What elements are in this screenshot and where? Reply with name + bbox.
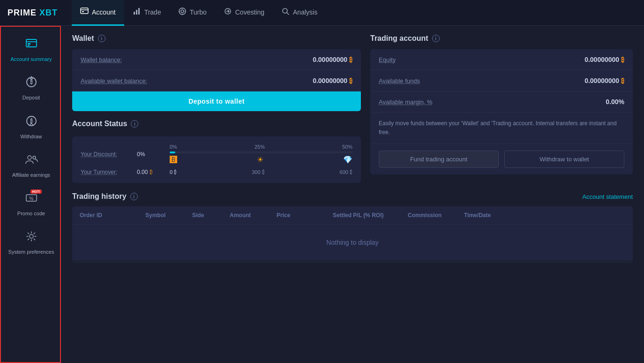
svg-rect-4	[138, 8, 140, 15]
equity-row: Equity 0.00000000 ₿	[370, 49, 633, 70]
nav-covesting-label: Covesting	[235, 8, 264, 16]
promo-code-icon: % HOT!	[25, 191, 38, 207]
available-funds-value: 0.00000000 ₿	[584, 77, 624, 84]
system-preferences-label: System preferences	[8, 249, 54, 255]
deposit-label: Deposit	[22, 94, 40, 101]
wallet-info-icon[interactable]: i	[98, 35, 105, 42]
nav-analysis[interactable]: Analysis	[273, 0, 326, 26]
system-preferences-icon	[25, 230, 38, 246]
deposit-icon: ₿	[25, 76, 38, 91]
disc-marker-50: 50%	[342, 144, 352, 150]
svg-rect-9	[28, 43, 30, 45]
discount-progress-fill	[170, 151, 175, 153]
available-wallet-value: 0.00000000 ₿	[313, 77, 352, 84]
trade-nav-icon	[133, 7, 141, 17]
col-price: Price	[277, 212, 333, 219]
two-column-layout: Wallet i Wallet balance: 0.00000000 ₿ Av…	[72, 34, 633, 183]
table-footer-spacer	[72, 260, 633, 263]
turnover-btc-markers: 0 ₿ 300 ₿ 600 ₿	[170, 169, 352, 175]
turn-marker-0: 0 ₿	[170, 169, 177, 175]
account-status-title-text: Account Status	[72, 120, 127, 128]
trading-history-title: Trading history i	[72, 192, 138, 201]
sidebar-item-promo-code[interactable]: % HOT! Promo code	[1, 185, 60, 223]
account-nav-icon	[80, 7, 89, 17]
col-side: Side	[192, 212, 230, 219]
col-symbol: Symbol	[145, 212, 192, 219]
transfer-info-text: Easily move funds between your 'Wallet' …	[370, 113, 633, 144]
affiliate-earnings-label: Affiliate earnings	[12, 172, 50, 178]
sidebar-item-system-preferences[interactable]: System preferences	[1, 223, 60, 262]
withdraw-label: Withdraw	[21, 133, 42, 140]
nav-trade[interactable]: Trade	[124, 0, 170, 26]
turbo-nav-icon	[178, 7, 187, 17]
fund-trading-account-button[interactable]: Fund trading account	[379, 151, 499, 168]
main-layout: Account summary ₿ Deposit ₿	[0, 26, 644, 363]
account-status-panel: Your Discount: 0% 0% 25% 50%	[72, 136, 361, 183]
disc-marker-25: 25%	[255, 144, 265, 150]
discount-value: 0%	[137, 151, 170, 158]
sidebar-item-withdraw[interactable]: ₿ Withdraw	[1, 108, 60, 146]
available-funds-label[interactable]: Available funds	[379, 77, 420, 84]
progress-icon-mid: ☀	[257, 155, 263, 164]
available-margin-row: Available margin, % 0.00%	[370, 91, 633, 113]
progress-icon-end: 💎	[343, 155, 352, 164]
table-header-row: Order ID Symbol Side Amount Price Settle…	[72, 206, 633, 225]
affiliate-earnings-icon	[25, 153, 38, 169]
svg-point-15	[28, 156, 31, 159]
col-commission: Commission	[408, 212, 464, 219]
svg-text:%: %	[29, 196, 33, 201]
sidebar-item-deposit[interactable]: ₿ Deposit	[1, 69, 60, 107]
svg-point-6	[181, 10, 184, 13]
logo: PRIME XBT	[7, 8, 58, 18]
nav-covesting[interactable]: Covesting	[215, 0, 273, 26]
trading-panel: Equity 0.00000000 ₿ Available funds 0.00…	[370, 49, 633, 174]
account-statement-link[interactable]: Account statement	[582, 193, 633, 200]
svg-rect-0	[81, 8, 88, 14]
account-status-section-title: Account Status i	[72, 120, 361, 128]
trading-history-title-text: Trading history	[72, 192, 127, 201]
progress-icons-row: 🅱 ☀ 💎	[170, 155, 352, 164]
left-column: Wallet i Wallet balance: 0.00000000 ₿ Av…	[72, 34, 361, 183]
svg-point-19	[30, 234, 33, 238]
discount-progress-area: 0% 25% 50% 🅱 ☀ 💎	[170, 144, 352, 164]
available-margin-label[interactable]: Available margin, %	[379, 98, 433, 106]
analysis-nav-icon	[281, 7, 290, 17]
discount-row: Your Discount: 0% 0% 25% 50%	[81, 144, 352, 164]
turn-marker-600: 600 ₿	[340, 169, 352, 175]
action-buttons-row: Fund trading account Withdraw to wallet	[370, 144, 633, 174]
available-margin-value: 0.00%	[606, 98, 624, 106]
discount-label[interactable]: Your Discount:	[81, 151, 137, 158]
svg-rect-3	[136, 10, 137, 15]
deposit-to-wallet-button[interactable]: Deposit to wallet	[72, 91, 361, 111]
withdraw-icon: ₿	[25, 114, 38, 130]
turnover-label[interactable]: Your Turnover:	[81, 169, 137, 175]
nav-analysis-label: Analysis	[293, 8, 317, 16]
wallet-balance-label[interactable]: Wallet balance:	[81, 56, 122, 63]
trading-account-info-icon[interactable]: i	[432, 35, 440, 42]
turn-marker-300: 300 ₿	[252, 169, 264, 175]
wallet-section-title: Wallet i	[72, 34, 361, 43]
svg-point-16	[33, 156, 36, 159]
nav-turbo-label: Turbo	[190, 8, 207, 16]
col-date: Time/Date	[464, 212, 625, 219]
account-status-info-icon[interactable]: i	[131, 120, 138, 128]
sidebar-item-affiliate-earnings[interactable]: Affiliate earnings	[1, 146, 60, 185]
equity-label[interactable]: Equity	[379, 56, 396, 63]
turnover-value: 0.00 ₿	[137, 169, 170, 175]
available-wallet-row: Available wallet balance: 0.00000000 ₿	[72, 70, 361, 91]
nav-account[interactable]: Account	[72, 0, 124, 26]
wallet-balance-row: Wallet balance: 0.00000000 ₿	[72, 49, 361, 70]
table-empty-message: Nothing to display	[72, 225, 633, 260]
main-content: Wallet i Wallet balance: 0.00000000 ₿ Av…	[61, 26, 644, 363]
trading-account-section-title: Trading account i	[370, 34, 633, 43]
discount-progress-track	[170, 151, 352, 153]
wallet-panel: Wallet balance: 0.00000000 ₿ Available w…	[72, 49, 361, 111]
nav-turbo[interactable]: Turbo	[170, 0, 215, 26]
available-wallet-label[interactable]: Available wallet balance:	[81, 77, 147, 84]
trading-history-table: Order ID Symbol Side Amount Price Settle…	[72, 206, 633, 263]
trading-history-info-icon[interactable]: i	[130, 193, 138, 200]
nav-account-label: Account	[92, 8, 116, 16]
sidebar-item-account-summary[interactable]: Account summary	[1, 30, 60, 69]
withdraw-to-wallet-button[interactable]: Withdraw to wallet	[504, 151, 624, 168]
turnover-row: Your Turnover: 0.00 ₿ 0 ₿ 300 ₿ 600 ₿	[81, 169, 352, 175]
